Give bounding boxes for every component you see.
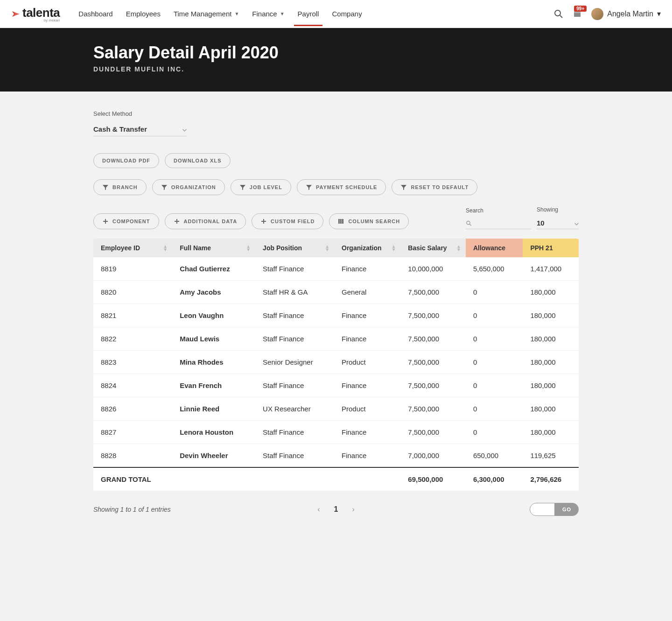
col-employee-id[interactable]: Employee ID▲▼ [93, 239, 172, 257]
cell-allowance: 0 [466, 397, 523, 421]
cell-id: 8822 [93, 327, 172, 351]
current-page: 1 [334, 505, 338, 514]
avatar [591, 8, 603, 20]
cell-position: Staff Finance [255, 257, 334, 281]
page-input[interactable] [530, 503, 555, 516]
showing-value: 10 [537, 219, 545, 227]
nav-item-dashboard[interactable]: Dashboard [78, 1, 112, 26]
col-basic-salary[interactable]: Basic Salary▲▼ [400, 239, 466, 257]
cell-organization: Finance [334, 257, 400, 281]
cell-allowance: 0 [466, 281, 523, 304]
table-row[interactable]: 8823Mina RhodesSenior DesignerProduct7,5… [93, 351, 579, 374]
filter-icon [239, 184, 246, 191]
filter-icon [306, 184, 312, 191]
user-menu[interactable]: Angela Martin ▾ [591, 8, 661, 20]
search-input[interactable] [472, 219, 531, 227]
cell-pph: 1,417,000 [523, 257, 579, 281]
col-job-position[interactable]: Job Position▲▼ [255, 239, 334, 257]
showing-select[interactable]: 10 ⌵ [537, 217, 579, 229]
nav-item-finance[interactable]: Finance▼ [252, 1, 284, 26]
column-search-button[interactable]: COLUMN SEARCH [329, 213, 409, 229]
search-icon[interactable] [554, 9, 563, 19]
cell-name: Linnie Reed [172, 397, 255, 421]
download-row: DOWNLOAD PDF DOWNLOAD XLS [93, 153, 579, 168]
page-header: Salary Detail April 2020 DUNDLER MUFLIN … [0, 28, 672, 92]
reset-filters-button[interactable]: RESET TO DEFAULT [392, 179, 477, 195]
go-button[interactable]: GO [555, 503, 579, 516]
total-label: GRAND TOTAL [93, 467, 172, 491]
prev-page-button[interactable]: ‹ [317, 505, 320, 514]
table-row[interactable]: 8824Evan FrenchStaff FinanceFinance7,500… [93, 374, 579, 397]
table-row[interactable]: 8822Maud LewisStaff FinanceFinance7,500,… [93, 327, 579, 351]
cell-allowance: 0 [466, 327, 523, 351]
cell-salary: 7,500,000 [400, 421, 466, 444]
total-allowance: 6,300,000 [466, 467, 523, 491]
total-pph: 2,796,626 [523, 467, 579, 491]
col-full-name[interactable]: Full Name▲▼ [172, 239, 255, 257]
nav-item-time-management[interactable]: Time Management▼ [174, 1, 239, 26]
cell-pph: 180,000 [523, 374, 579, 397]
custom-field-button[interactable]: CUSTOM FIELD [252, 213, 323, 229]
nav-item-company[interactable]: Company [332, 1, 362, 26]
cell-organization: Finance [334, 304, 400, 327]
cell-allowance: 0 [466, 351, 523, 374]
cell-salary: 7,500,000 [400, 351, 466, 374]
cell-position: Staff Finance [255, 304, 334, 327]
component-button[interactable]: COMPONENT [93, 213, 159, 229]
nav-item-payroll[interactable]: Payroll [298, 1, 319, 26]
cell-id: 8819 [93, 257, 172, 281]
download-pdf-button[interactable]: DOWNLOAD PDF [93, 153, 159, 168]
user-name: Angela Martin [607, 10, 653, 18]
search-icon [466, 220, 472, 226]
svg-rect-11 [340, 219, 342, 224]
download-xls-button[interactable]: DOWNLOAD XLS [165, 153, 230, 168]
cell-id: 8827 [93, 421, 172, 444]
cell-organization: General [334, 281, 400, 304]
table-row[interactable]: 8820Amy JacobsStaff HR & GAGeneral7,500,… [93, 281, 579, 304]
additional-data-button[interactable]: ADDITIONAL DATA [165, 213, 246, 229]
table-row[interactable]: 8828Devin WheelerStaff FinanceFinance7,0… [93, 444, 579, 468]
cell-pph: 180,000 [523, 304, 579, 327]
filter-icon [400, 184, 407, 191]
filter-payment-schedule-button[interactable]: PAYMENT SCHEDULE [297, 179, 386, 195]
nav-item-employees[interactable]: Employees [126, 1, 161, 26]
nav-items: DashboardEmployeesTime Management▼Financ… [78, 1, 362, 26]
plus-icon [102, 218, 109, 225]
table-row[interactable]: 8826Linnie ReedUX ResearcherProduct7,500… [93, 397, 579, 421]
chevron-down-icon: ⌵ [182, 125, 187, 133]
col-allowance[interactable]: Allowance [466, 239, 523, 257]
cell-salary: 7,000,000 [400, 444, 466, 468]
content: Select Method Cash & Transfer ⌵ DOWNLOAD… [84, 92, 588, 535]
chevron-down-icon: ▼ [234, 11, 239, 16]
svg-line-14 [469, 224, 471, 226]
notification-icon[interactable]: 99+ [573, 9, 582, 19]
col-organization[interactable]: Organization▲▼ [334, 239, 400, 257]
filter-icon [161, 184, 168, 191]
logo-icon [11, 8, 22, 20]
search-input-wrap [466, 218, 531, 229]
col-pph[interactable]: PPH 21 [523, 239, 579, 257]
next-page-button[interactable]: › [352, 505, 354, 514]
cell-name: Leon Vaughn [172, 304, 255, 327]
cell-salary: 7,500,000 [400, 327, 466, 351]
filter-job-level-button[interactable]: JOB LEVEL [231, 179, 291, 195]
cell-organization: Product [334, 397, 400, 421]
table-row[interactable]: 8819Chad GutierrezStaff FinanceFinance10… [93, 257, 579, 281]
cell-salary: 7,500,000 [400, 397, 466, 421]
cell-salary: 7,500,000 [400, 304, 466, 327]
table-row[interactable]: 8827Lenora HoustonStaff FinanceFinance7,… [93, 421, 579, 444]
nav-right: 99+ Angela Martin ▾ [554, 8, 661, 20]
svg-line-1 [560, 15, 562, 18]
table-row[interactable]: 8821Leon VaughnStaff FinanceFinance7,500… [93, 304, 579, 327]
showing-group: Showing 10 ⌵ [537, 206, 579, 229]
select-method[interactable]: Cash & Transfer ⌵ [93, 122, 187, 136]
brand-logo[interactable]: talenta by mekari [11, 6, 60, 22]
cell-organization: Finance [334, 374, 400, 397]
sort-icon: ▲▼ [163, 245, 168, 251]
filter-icon [102, 184, 109, 191]
cell-allowance: 650,000 [466, 444, 523, 468]
cell-allowance: 0 [466, 374, 523, 397]
filter-organization-button[interactable]: ORGANIZATION [152, 179, 225, 195]
filter-branch-button[interactable]: BRANCH [93, 179, 147, 195]
cell-pph: 180,000 [523, 421, 579, 444]
